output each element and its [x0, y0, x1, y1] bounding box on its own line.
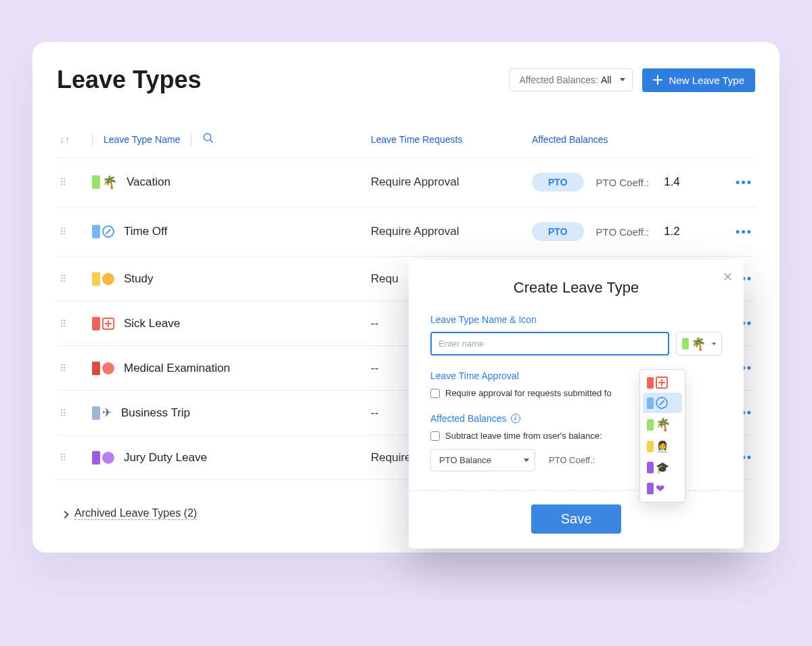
close-icon[interactable]: ✕	[723, 270, 733, 284]
more-icon[interactable]: •••	[736, 225, 752, 238]
palm-icon: 🌴	[656, 417, 671, 432]
icon-dropdown: 🌴👩‍💼🎓❤	[639, 369, 685, 502]
table-head: ↓↑ Leave Type Name Leave Time Requests A…	[57, 128, 755, 158]
affected-balances-filter[interactable]: Affected Balances: All	[509, 68, 632, 91]
color-swatch	[92, 406, 100, 420]
icon-option[interactable]: 🌴	[643, 413, 682, 436]
plane-icon: ✈	[102, 406, 112, 420]
plus-icon	[653, 75, 662, 85]
icon-option[interactable]	[643, 393, 682, 413]
color-swatch	[92, 451, 100, 465]
more-icon[interactable]: •••	[736, 175, 752, 189]
color-swatch	[92, 317, 100, 330]
row-name[interactable]: Jury Duty Leave	[73, 451, 371, 465]
medical-icon	[102, 318, 114, 330]
row-balance: PTOPTO Coeff.:1.2	[532, 222, 725, 241]
person-icon: 👩‍💼	[656, 440, 669, 453]
color-swatch	[92, 362, 100, 375]
row-name[interactable]: Medical Examination	[73, 362, 371, 375]
prohibit-icon	[656, 397, 668, 409]
row-name[interactable]: Study	[73, 272, 371, 286]
circle-icon	[102, 362, 114, 374]
svg-line-1	[210, 139, 214, 143]
color-swatch	[92, 225, 100, 238]
color-swatch	[92, 175, 100, 189]
icon-option[interactable]: ❤	[643, 478, 682, 499]
drag-handle-icon[interactable]: ⠿	[60, 412, 73, 414]
circle-icon	[102, 273, 114, 285]
filter-value: All	[601, 74, 612, 85]
row-request: Require Approval	[371, 175, 532, 189]
pto-badge: PTO	[532, 173, 584, 192]
col-requests[interactable]: Leave Time Requests	[371, 134, 532, 145]
palm-icon: 🌴	[691, 337, 706, 351]
modal-title: Create Leave Type	[430, 279, 722, 297]
svg-point-0	[204, 133, 212, 141]
name-section-label: Leave Type Name & Icon	[430, 314, 722, 325]
coef-label: PTO Coeff.:	[549, 455, 595, 465]
drag-handle-icon[interactable]: ⠿	[60, 230, 73, 233]
icon-option[interactable]: 🎓	[643, 457, 682, 478]
drag-handle-icon[interactable]: ⠿	[60, 322, 73, 325]
chevron-down-icon	[620, 78, 625, 81]
chevron-down-icon	[712, 343, 716, 345]
col-balances[interactable]: Affected Balances	[532, 134, 752, 145]
create-leave-type-modal: ✕ Create Leave Type Leave Type Name & Ic…	[409, 260, 744, 548]
checkbox-icon[interactable]	[430, 389, 440, 398]
new-leave-type-button[interactable]: New Leave Type	[642, 68, 755, 92]
row-name[interactable]: Time Off	[73, 225, 371, 238]
row-name[interactable]: 🌴Vacation	[73, 175, 371, 190]
filter-label: Affected Balances:	[519, 74, 597, 85]
palm-icon: 🌴	[102, 175, 117, 190]
header-actions: Affected Balances: All New Leave Type	[509, 68, 755, 92]
color-swatch	[92, 272, 100, 286]
new-button-label: New Leave Type	[669, 74, 744, 86]
prohibit-icon	[102, 225, 114, 238]
icon-option[interactable]	[643, 372, 682, 393]
leave-type-name-input[interactable]	[430, 332, 669, 356]
drag-handle-icon[interactable]: ⠿	[60, 456, 73, 459]
chevron-down-icon	[524, 458, 529, 462]
archived-label: Archived Leave Types (2)	[74, 507, 197, 520]
row-name[interactable]: ✈Business Trip	[73, 406, 371, 420]
circle-icon	[102, 452, 114, 464]
save-button[interactable]: Save	[531, 504, 622, 534]
heart-icon: ❤	[656, 482, 664, 495]
graduation-icon: 🎓	[656, 461, 669, 474]
info-icon[interactable]: i	[511, 414, 520, 423]
header: Leave Types Affected Balances: All New L…	[57, 66, 755, 94]
icon-select[interactable]: 🌴	[676, 332, 722, 356]
medical-icon	[656, 376, 668, 389]
subtract-label: Subtract leave time from user's balance:	[445, 431, 602, 441]
col-name[interactable]: Leave Type Name	[73, 132, 371, 146]
row-request: Require Approval	[371, 225, 532, 238]
row-balance: PTOPTO Coeff.:1.4	[532, 173, 725, 192]
row-name[interactable]: Sick Leave	[73, 317, 371, 330]
drag-handle-icon[interactable]: ⠿	[60, 367, 73, 370]
drag-handle-icon[interactable]: ⠿	[60, 278, 73, 280]
table-row: ⠿🌴VacationRequire ApprovalPTOPTO Coeff.:…	[57, 158, 755, 207]
pto-badge: PTO	[532, 222, 584, 241]
icon-option[interactable]: 👩‍💼	[643, 436, 682, 457]
drag-handle-icon[interactable]: ⠿	[60, 181, 73, 184]
page-title: Leave Types	[57, 66, 201, 94]
search-icon[interactable]	[202, 132, 215, 146]
chevron-right-icon	[62, 508, 68, 520]
sort-control[interactable]: ↓↑	[60, 133, 73, 145]
require-approval-label: Require approval for requests submitted …	[445, 388, 612, 398]
checkbox-icon[interactable]	[430, 431, 440, 441]
table-row: ⠿Time OffRequire ApprovalPTOPTO Coeff.:1…	[57, 207, 755, 257]
balance-select[interactable]: PTO Balance	[430, 449, 535, 471]
